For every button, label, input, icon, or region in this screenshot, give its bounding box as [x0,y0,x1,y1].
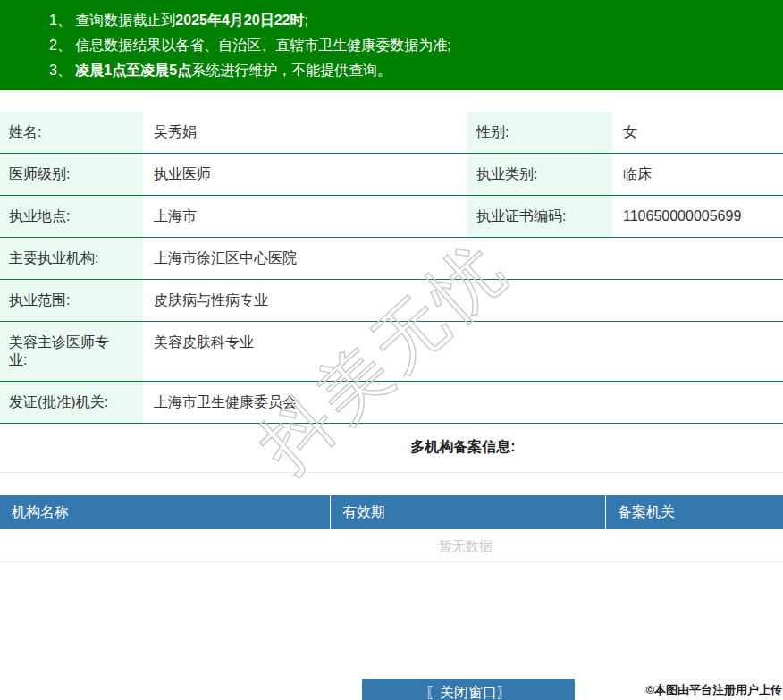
notice-text: ; [304,13,307,28]
notice-text-bold: 2025年4月20日22时 [175,13,304,28]
table-row: 主要执业机构: 上海市徐汇区中心医院 [0,238,783,280]
notice-line: 3、 凌晨1点至凌晨5点系统进行维护，不能提供查询。 [49,58,774,83]
notice-text: 信息数据结果以各省、自治区、直辖市卫生健康委数据为准; [75,38,450,53]
notice-line-number: 2、 [49,38,72,53]
no-data-placeholder: 暂无数据 [0,529,783,562]
table-row: 医师级别: 执业医师 执业类别: 临床 [0,154,783,196]
table-row: 发证(批准)机关: 上海市卫生健康委员会 [0,382,783,424]
notice-text: 系统进行维护，不能提供查询。 [191,63,392,78]
table-row: 美容主诊医师专业: 美容皮肤科专业 [0,322,783,382]
column-header-institution-name: 机构名称 [0,495,330,529]
certificate-number-value: 110650000005699 [612,196,783,238]
practice-location-value: 上海市 [143,196,467,238]
practice-category-value: 临床 [612,154,783,196]
issuing-authority-value: 上海市卫生健康委员会 [143,382,783,424]
multi-org-table-header: 机构名称 有效期 备案机关 [0,495,783,529]
notice-line: 1、 查询数据截止到2025年4月20日22时; [49,8,774,33]
doctor-level-label: 医师级别: [0,154,143,196]
name-value: 吴秀娟 [143,112,467,154]
notice-text: 查询数据截止到 [75,13,175,28]
notice-banner: 1、 查询数据截止到2025年4月20日22时; 2、 信息数据结果以各省、自治… [0,0,783,90]
column-header-filing-authority: 备案机关 [605,495,783,529]
practitioner-info-table: 姓名: 吴秀娟 性别: 女 医师级别: 执业医师 执业类别: 临床 执业地点: … [0,112,783,424]
notice-line-number: 1、 [49,13,72,28]
gender-value: 女 [612,112,783,154]
main-institution-value: 上海市徐汇区中心医院 [143,238,783,280]
practice-scope-value: 皮肤病与性病专业 [143,280,783,322]
notice-text-bold: 凌晨1点至凌晨5点 [75,63,191,78]
practice-scope-label: 执业范围: [0,280,143,322]
cosmetic-specialty-label: 美容主诊医师专业: [0,322,143,382]
practice-location-label: 执业地点: [0,196,143,238]
column-header-validity-period: 有效期 [330,495,605,529]
upload-attribution-note: ©本图由平台注册用户上传 [645,682,782,698]
close-window-button[interactable]: 〖关闭窗口〗 [362,679,575,700]
gender-label: 性别: [467,112,612,154]
name-label: 姓名: [0,112,143,154]
notice-line-number: 3、 [49,63,72,78]
doctor-level-value: 执业医师 [143,154,467,196]
table-row: 执业地点: 上海市 执业证书编码: 110650000005699 [0,196,783,238]
certificate-number-label: 执业证书编码: [467,196,612,238]
practice-category-label: 执业类别: [467,154,612,196]
multi-org-section-title: 多机构备案信息: [0,424,783,473]
notice-line: 2、 信息数据结果以各省、自治区、直辖市卫生健康委数据为准; [49,33,774,58]
cosmetic-specialty-value: 美容皮肤科专业 [143,322,783,382]
main-institution-label: 主要执业机构: [0,238,143,280]
table-row: 姓名: 吴秀娟 性别: 女 [0,112,783,154]
issuing-authority-label: 发证(批准)机关: [0,382,143,424]
table-row: 执业范围: 皮肤病与性病专业 [0,280,783,322]
